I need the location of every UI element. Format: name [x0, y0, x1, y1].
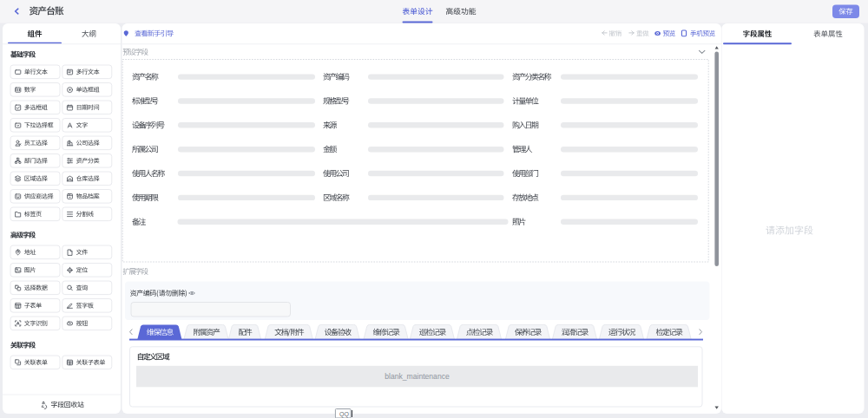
svg-text:blank_maintenance: blank_maintenance [385, 372, 450, 381]
svg-text:QQ: QQ [339, 411, 349, 418]
